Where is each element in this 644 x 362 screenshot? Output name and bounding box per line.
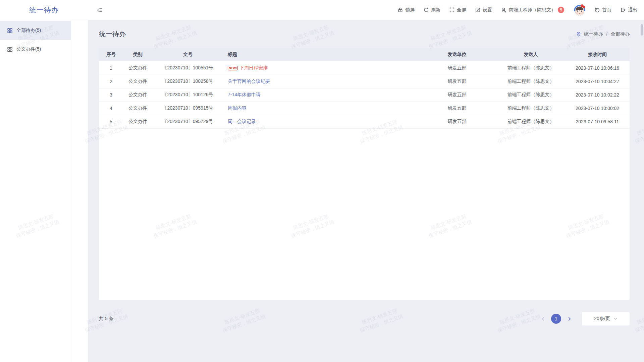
- notification-badge[interactable]: 5: [558, 7, 564, 13]
- column-header: 发送人: [496, 48, 565, 61]
- cell-sender: 前端工程师（陈思文）: [496, 115, 565, 128]
- sidebar-collapse-icon[interactable]: [97, 7, 103, 13]
- cell-send-unit: 研发五部: [418, 61, 496, 75]
- cell-serial: 3: [99, 88, 123, 102]
- doc-title-link[interactable]: 周报内容: [228, 105, 247, 111]
- cell-doc-number: 〔20230710〕095915号: [153, 102, 223, 115]
- fullscreen-icon: [449, 7, 455, 13]
- cell-sender: 前端工程师（陈思文）: [496, 102, 565, 115]
- sidebar-item-label: 全部待办(5): [16, 27, 41, 34]
- settings-button[interactable]: 设置: [475, 7, 492, 13]
- lock-screen-label: 锁屏: [405, 7, 415, 13]
- settings-icon: [475, 7, 481, 13]
- app-root: 统一待办 锁屏 刷新: [0, 0, 644, 362]
- breadcrumb-item[interactable]: 统一待办: [584, 31, 603, 37]
- column-header: 标题: [223, 48, 418, 61]
- cell-category: 公文办件: [123, 75, 153, 88]
- grid-menu-icon: [7, 47, 13, 52]
- sidebar-item-official-docs[interactable]: 公文办件(5): [0, 40, 71, 59]
- cell-title: NEW!下周日程安排: [223, 61, 418, 75]
- content-area: 统一待办 统一待办 / 全部待办: [88, 20, 644, 362]
- table-body: 1公文办件〔20230710〕100551号NEW!下周日程安排研发五部前端工程…: [99, 61, 630, 128]
- cell-send-unit: 研发五部: [418, 115, 496, 128]
- cell-doc-number: 〔20230710〕100258号: [153, 75, 223, 88]
- lock-screen-button[interactable]: 锁屏: [397, 7, 415, 13]
- cell-title: 周报内容: [223, 102, 418, 115]
- prev-page-button[interactable]: [538, 314, 548, 323]
- home-button[interactable]: 首页: [594, 7, 611, 13]
- cell-sender: 前端工程师（陈思文）: [496, 75, 565, 88]
- user-menu[interactable]: 前端工程师（陈思文） 5: [501, 7, 564, 13]
- chevron-down-icon: [613, 317, 618, 321]
- grid-menu-icon: [7, 28, 13, 34]
- cell-title: 7-14年休假申请: [223, 88, 418, 102]
- table-row: 3公文办件〔20230710〕100126号7-14年休假申请研发五部前端工程师…: [99, 88, 630, 102]
- refresh-icon: [423, 7, 429, 13]
- logout-icon: [620, 7, 626, 13]
- page-number-button[interactable]: 1: [551, 314, 561, 324]
- breadcrumb: 统一待办 / 全部待办: [576, 31, 630, 37]
- home-label: 首页: [602, 7, 611, 13]
- total-count-label: 共 5 条: [99, 316, 114, 322]
- cell-category: 公文办件: [123, 88, 153, 102]
- sidebar-item-all-todos[interactable]: 全部待办(5): [0, 21, 71, 40]
- sidebar: 全部待办(5) 公文办件(5): [0, 20, 88, 362]
- cell-doc-number: 〔20230710〕095729号: [153, 115, 223, 128]
- cell-serial: 2: [99, 75, 123, 88]
- doc-title-link[interactable]: 关于官网的会议纪要: [228, 78, 270, 84]
- user-icon: [501, 7, 507, 13]
- settings-label: 设置: [483, 7, 492, 13]
- user-name-label: 前端工程师（陈思文）: [509, 7, 556, 13]
- cell-receive-time: 2023-07-10 10:00:02: [565, 102, 630, 115]
- next-page-button[interactable]: [565, 314, 574, 323]
- cell-send-unit: 研发五部: [418, 88, 496, 102]
- column-header: 类别: [123, 48, 153, 61]
- breadcrumb-separator: /: [606, 32, 607, 37]
- cell-serial: 4: [99, 102, 123, 115]
- refresh-button[interactable]: 刷新: [423, 7, 440, 13]
- page-title: 统一待办: [99, 29, 126, 39]
- home-back-icon: [594, 7, 600, 13]
- fullscreen-label: 全屏: [457, 7, 466, 13]
- breadcrumb-item-current: 全部待办: [611, 31, 630, 37]
- refresh-label: 刷新: [431, 7, 440, 13]
- column-header: 序号: [99, 48, 123, 61]
- doc-title-link[interactable]: 下周日程安排: [239, 65, 268, 70]
- column-header: 文号: [153, 48, 223, 61]
- cell-serial: 1: [99, 61, 123, 75]
- todo-table: 序号类别文号标题发送单位发送人接收时间 1公文办件〔20230710〕10055…: [99, 48, 630, 129]
- pagination: 共 5 条 1 20条/页: [88, 312, 644, 325]
- table-row: 4公文办件〔20230710〕095915号周报内容研发五部前端工程师（陈思文）…: [99, 102, 630, 115]
- cell-title: 关于官网的会议纪要: [223, 75, 418, 88]
- cell-doc-number: 〔20230710〕100126号: [153, 88, 223, 102]
- cell-category: 公文办件: [123, 115, 153, 128]
- table-row: 5公文办件〔20230710〕095729号周一会议记录研发五部前端工程师（陈思…: [99, 115, 630, 128]
- cell-receive-time: 2023-07-10 09:58:11: [565, 115, 630, 128]
- scrollbar-thumb[interactable]: [641, 24, 643, 36]
- cell-receive-time: 2023-07-10 10:02:22: [565, 88, 630, 102]
- cell-doc-number: 〔20230710〕100551号: [153, 61, 223, 75]
- cell-category: 公文办件: [123, 102, 153, 115]
- location-pin-icon: [576, 32, 581, 37]
- cell-category: 公文办件: [123, 61, 153, 75]
- cell-send-unit: 研发五部: [418, 102, 496, 115]
- page-size-value: 20条/页: [594, 316, 610, 322]
- avatar[interactable]: [573, 3, 586, 17]
- fullscreen-button[interactable]: 全屏: [449, 7, 466, 13]
- cell-title: 周一会议记录: [223, 115, 418, 128]
- doc-title-link[interactable]: 周一会议记录: [228, 119, 256, 124]
- page-size-select[interactable]: 20条/页: [582, 312, 630, 325]
- cell-send-unit: 研发五部: [418, 75, 496, 88]
- logout-button[interactable]: 退出: [620, 7, 637, 13]
- column-header: 接收时间: [565, 48, 630, 61]
- todo-table-card: 序号类别文号标题发送单位发送人接收时间 1公文办件〔20230710〕10055…: [99, 48, 630, 300]
- top-bar: 统一待办 锁屏 刷新: [0, 0, 644, 20]
- cell-receive-time: 2023-07-10 10:06:16: [565, 61, 630, 75]
- lock-icon: [397, 7, 403, 13]
- cell-sender: 前端工程师（陈思文）: [496, 88, 565, 102]
- doc-title-link[interactable]: 7-14年休假申请: [228, 92, 261, 97]
- app-logo: 统一待办: [0, 5, 88, 15]
- table-header-row: 序号类别文号标题发送单位发送人接收时间: [99, 48, 630, 61]
- sidebar-menu: 全部待办(5) 公文办件(5): [0, 20, 71, 362]
- cell-serial: 5: [99, 115, 123, 128]
